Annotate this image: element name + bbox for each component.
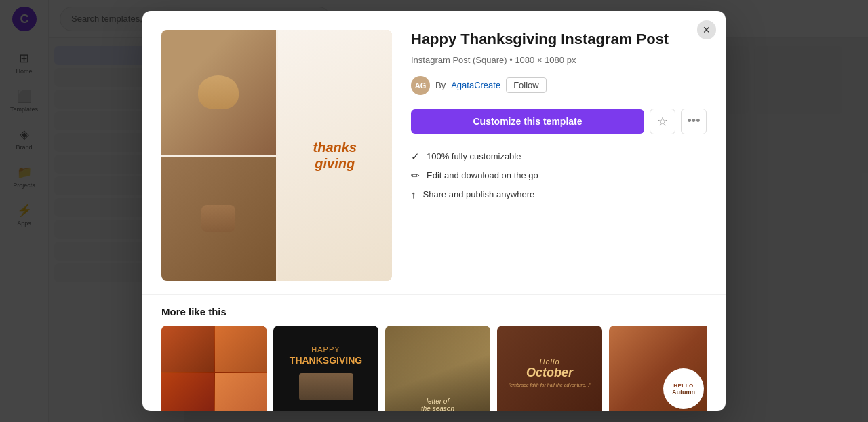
more-icon: •••	[688, 114, 701, 128]
edit-icon: ✏	[411, 170, 420, 182]
card-5-autumn: Autumn	[672, 389, 695, 396]
follow-button[interactable]: Follow	[506, 77, 547, 93]
avatar: AG	[411, 76, 430, 95]
close-icon: ✕	[703, 24, 711, 35]
more-card-hello-october[interactable]: Hello October "embrace faith for half th…	[497, 326, 602, 411]
feature-list: ✓ 100% fully customizable ✏ Edit and dow…	[411, 151, 707, 200]
more-grid: HAPPY THANKSGIVING letter ofthe season H…	[161, 326, 707, 411]
more-card-autumn-collage[interactable]	[161, 326, 267, 411]
more-section: More like this HAPPY THANKSGIVING	[142, 294, 726, 411]
card-4-month: October	[509, 366, 591, 380]
more-card-autumn-woman[interactable]: letter ofthe season	[385, 326, 490, 411]
more-card-thanksgiving-dark[interactable]: HAPPY THANKSGIVING	[273, 326, 378, 411]
feature-item-share: ↑ Share and publish anywhere	[411, 189, 707, 200]
author-row: AG By AgataCreate Follow	[411, 76, 707, 95]
favorite-button[interactable]: ☆	[650, 109, 675, 134]
template-title: Happy Thanksgiving Instagram Post	[411, 30, 707, 50]
feature-text-share: Share and publish anywhere	[423, 189, 535, 199]
card-4-text-container: Hello October "embrace faith for half th…	[509, 358, 591, 387]
more-section-title: More like this	[161, 306, 707, 318]
template-preview: thanksgiving	[161, 30, 392, 281]
author-name[interactable]: AgataCreate	[451, 80, 500, 90]
more-card-hello-autumn[interactable]: HELLO Autumn	[609, 326, 707, 411]
card-4-hello: Hello	[509, 358, 591, 366]
card-5-circle: HELLO Autumn	[663, 368, 704, 409]
feature-item-customizable: ✓ 100% fully customizable	[411, 151, 707, 163]
customize-button[interactable]: Customize this template	[411, 109, 644, 134]
preview-cell-bottom-left	[161, 157, 276, 282]
check-icon: ✓	[411, 151, 420, 163]
more-options-button[interactable]: •••	[681, 109, 707, 134]
by-label: By	[435, 80, 446, 90]
modal-overlay: ✕ thanksgiving	[0, 0, 868, 422]
card-5-hello: HELLO	[673, 383, 694, 389]
preview-image: thanksgiving	[161, 30, 392, 281]
feature-text-customizable: 100% fully customizable	[427, 151, 521, 161]
template-detail-modal: ✕ thanksgiving	[142, 11, 726, 411]
action-row: Customize this template ☆ •••	[411, 109, 707, 134]
card-4-quote: "embrace faith for half the adventure...…	[509, 383, 591, 387]
card-3-text: letter ofthe season	[421, 398, 454, 411]
card-2-text: HAPPY THANKSGIVING	[290, 345, 362, 366]
card-2-decoration	[299, 373, 353, 400]
preview-cell-top-left	[161, 30, 276, 155]
feature-item-edit: ✏ Edit and download on the go	[411, 170, 707, 182]
preview-cell-right: thanksgiving	[278, 30, 393, 281]
star-icon: ☆	[657, 114, 668, 129]
feature-text-edit: Edit and download on the go	[427, 170, 538, 180]
close-button[interactable]: ✕	[697, 20, 716, 39]
share-icon: ↑	[411, 189, 416, 200]
template-meta: Instagram Post (Square) • 1080 × 1080 px	[411, 55, 707, 65]
modal-body: thanksgiving Happy Thanksgiving Instagra…	[142, 11, 726, 294]
template-info: Happy Thanksgiving Instagram Post Instag…	[392, 30, 707, 281]
